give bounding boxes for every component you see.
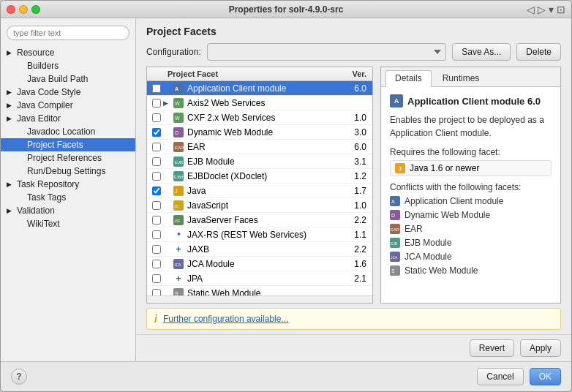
facet-checkbox-container bbox=[150, 288, 163, 296]
ok-button[interactable]: OK bbox=[530, 368, 561, 385]
facet-version: 1.2 bbox=[336, 171, 369, 181]
sidebar-item-label: Javadoc Location bbox=[27, 127, 131, 137]
facets-scroll[interactable]: A Application Client module 6.0 ▶ bbox=[147, 81, 372, 295]
table-row[interactable]: JSF JavaServer Faces 2.2 bbox=[147, 213, 372, 227]
svg-text:EJBd: EJBd bbox=[174, 175, 183, 179]
traffic-lights bbox=[7, 5, 40, 14]
search-input[interactable] bbox=[7, 26, 129, 40]
back-icon[interactable]: ◁ bbox=[527, 4, 535, 15]
footer-left: ? bbox=[11, 369, 27, 385]
facet-checkbox[interactable] bbox=[152, 99, 161, 108]
sidebar-item-javadoc-location[interactable]: Javadoc Location bbox=[1, 125, 135, 138]
facet-checkbox[interactable] bbox=[152, 274, 161, 283]
sidebar-item-validation[interactable]: ▶ Validation bbox=[1, 204, 135, 217]
table-row[interactable]: S Static Web Module bbox=[147, 286, 372, 295]
facet-checkbox[interactable] bbox=[152, 186, 161, 195]
table-row[interactable]: J Java 1.7 bbox=[147, 184, 372, 198]
svg-text:JCA: JCA bbox=[174, 263, 181, 267]
close-button[interactable] bbox=[7, 5, 15, 14]
config-select[interactable] bbox=[207, 43, 447, 61]
save-as-button[interactable]: Save As... bbox=[452, 43, 511, 61]
revert-button[interactable]: Revert bbox=[470, 339, 514, 357]
table-row[interactable]: JCA JCA Module 1.6 bbox=[147, 257, 372, 271]
sidebar-item-label: Java Editor bbox=[17, 113, 131, 124]
sidebar-item-label: WikiText bbox=[27, 219, 131, 229]
table-row[interactable]: A Application Client module 6.0 bbox=[147, 81, 372, 96]
sidebar-item-project-references[interactable]: Project References bbox=[1, 151, 135, 165]
je-arrow-icon: ▶ bbox=[7, 115, 14, 122]
down-icon[interactable]: ▾ bbox=[549, 4, 554, 15]
facet-version: 1.7 bbox=[336, 186, 369, 196]
footer-right: Cancel OK bbox=[477, 368, 561, 385]
facet-checkbox[interactable] bbox=[152, 113, 161, 122]
table-row[interactable]: W CXF 2.x Web Services 1.0 bbox=[147, 110, 372, 125]
facet-icon: A bbox=[172, 83, 185, 94]
table-row[interactable]: ▶ W Axis2 Web Services bbox=[147, 96, 372, 110]
app-client-icon: A bbox=[390, 94, 403, 108]
facet-icon: D bbox=[172, 127, 185, 138]
horizontal-scrollbar[interactable] bbox=[147, 295, 372, 303]
maximize-button[interactable] bbox=[31, 5, 40, 14]
conflict-item: A Application Client module bbox=[390, 195, 552, 207]
sidebar-item-task-tags[interactable]: Task Tags bbox=[1, 191, 135, 204]
facet-checkbox-container bbox=[150, 171, 163, 181]
sidebar-item-run-debug-settings[interactable]: Run/Debug Settings bbox=[1, 165, 135, 178]
sidebar-item-java-build-path[interactable]: Java Build Path bbox=[1, 72, 135, 86]
tab-runtimes[interactable]: Runtimes bbox=[433, 70, 489, 86]
delete-button[interactable]: Delete bbox=[516, 43, 561, 61]
conflict-item: EJB EJB Module bbox=[390, 237, 552, 249]
table-row[interactable]: EJB EJB Module 3.1 bbox=[147, 154, 372, 169]
table-row[interactable]: + JAXB 2.2 bbox=[147, 242, 372, 257]
check-col-header bbox=[150, 69, 168, 78]
sidebar-item-resource[interactable]: ▶ Resource bbox=[1, 46, 135, 59]
table-row[interactable]: D Dynamic Web Module 3.0 bbox=[147, 125, 372, 140]
facet-checkbox[interactable] bbox=[152, 172, 161, 181]
conflict-icon: JCA bbox=[390, 252, 400, 262]
facet-name: Static Web Module bbox=[187, 288, 336, 296]
jc-arrow-icon: ▶ bbox=[7, 102, 14, 109]
sidebar-item-java-code-style[interactable]: ▶ Java Code Style bbox=[1, 86, 135, 99]
svg-text:EAR: EAR bbox=[175, 146, 184, 150]
resize-icon[interactable]: ⊡ bbox=[557, 4, 565, 15]
facet-version: 2.2 bbox=[336, 244, 369, 255]
sidebar-item-java-editor[interactable]: ▶ Java Editor bbox=[1, 112, 135, 125]
facet-version: 3.1 bbox=[336, 157, 369, 167]
requires-label: Requires the following facet: bbox=[390, 147, 552, 157]
facet-checkbox[interactable] bbox=[152, 157, 161, 166]
cancel-button[interactable]: Cancel bbox=[477, 368, 523, 385]
facet-checkbox[interactable] bbox=[152, 128, 161, 137]
apply-button[interactable]: Apply bbox=[520, 339, 561, 357]
details-panel: Details Runtimes A Application Client mo… bbox=[380, 67, 561, 304]
svg-text:JS: JS bbox=[174, 204, 179, 208]
table-row[interactable]: + JPA 2.1 bbox=[147, 271, 372, 286]
sidebar-item-task-repository[interactable]: ▶ Task Repository bbox=[1, 178, 135, 191]
sidebar-item-label: Validation bbox=[17, 206, 131, 216]
help-button[interactable]: ? bbox=[11, 369, 27, 385]
minimize-button[interactable] bbox=[19, 5, 28, 14]
facet-checkbox-container bbox=[150, 259, 163, 269]
facet-checkbox-container bbox=[150, 142, 163, 152]
sidebar-item-wikitext[interactable]: WikiText bbox=[1, 217, 135, 230]
table-row[interactable]: EJBd EJBDoclet (XDoclet) 1.2 bbox=[147, 169, 372, 184]
table-row[interactable]: ✦ JAX-RS (REST Web Services) 1.1 bbox=[147, 227, 372, 242]
table-row[interactable]: JS JavaScript 1.0 bbox=[147, 198, 372, 213]
sidebar-item-builders[interactable]: Builders bbox=[1, 59, 135, 72]
conflict-name: EJB Module bbox=[404, 238, 452, 248]
facet-checkbox[interactable] bbox=[152, 289, 161, 296]
table-row[interactable]: EAR EAR 6.0 bbox=[147, 140, 372, 154]
facet-checkbox[interactable] bbox=[152, 201, 161, 210]
facet-checkbox[interactable] bbox=[152, 230, 161, 239]
sidebar-item-project-facets[interactable]: Project Facets bbox=[1, 138, 135, 151]
tab-details[interactable]: Details bbox=[385, 70, 432, 87]
info-link[interactable]: Further configuration available... bbox=[163, 314, 288, 324]
facet-version: 1.0 bbox=[336, 200, 369, 211]
facet-checkbox[interactable] bbox=[152, 216, 161, 225]
sidebar-item-label: Task Tags bbox=[27, 192, 131, 203]
forward-icon[interactable]: ▷ bbox=[538, 4, 546, 15]
conflict-icon: EAR bbox=[390, 224, 400, 234]
facet-checkbox[interactable] bbox=[152, 84, 161, 93]
facet-checkbox[interactable] bbox=[152, 245, 161, 254]
facet-checkbox[interactable] bbox=[152, 143, 161, 151]
sidebar-item-java-compiler[interactable]: ▶ Java Compiler bbox=[1, 99, 135, 112]
facet-checkbox[interactable] bbox=[152, 260, 161, 268]
